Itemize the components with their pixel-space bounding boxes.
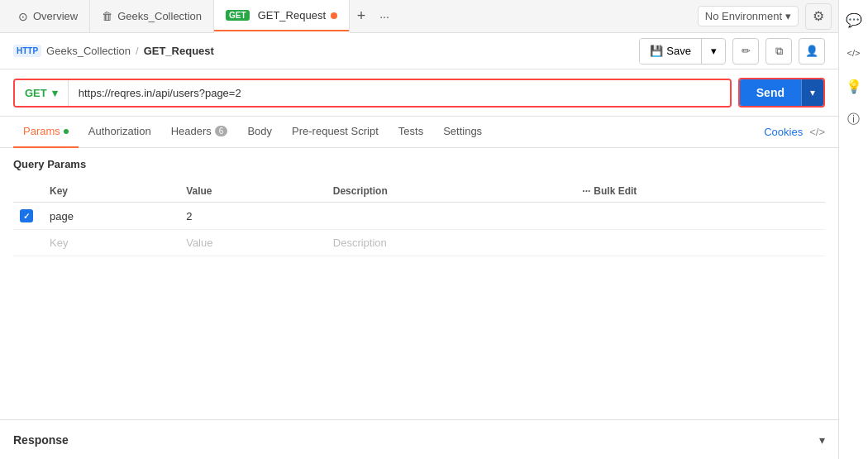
environment-selector[interactable]: No Environment ▾ xyxy=(698,6,799,26)
query-params-title: Query Params xyxy=(13,158,825,170)
send-dropdown-button[interactable]: ▾ xyxy=(801,79,823,106)
params-table: Key Value Description ··· Bulk Edit xyxy=(13,180,825,256)
bulk-edit-label: Bulk Edit xyxy=(594,185,637,197)
tab-tests[interactable]: Tests xyxy=(389,117,433,148)
save-icon: 💾 xyxy=(650,45,663,57)
lightbulb-icon[interactable]: 💡 xyxy=(841,73,867,99)
settings-icon[interactable]: ⚙ xyxy=(805,3,832,30)
send-button[interactable]: Send xyxy=(740,79,801,106)
url-bar-inner: GET ▾ xyxy=(13,79,732,108)
breadcrumb-separator: / xyxy=(136,45,139,57)
table-row-placeholder: Key Value Description xyxy=(13,230,825,256)
method-chevron-icon: ▾ xyxy=(52,87,58,99)
tab-authorization[interactable]: Authorization xyxy=(79,117,161,148)
tabs-actions: No Environment ▾ ⚙ xyxy=(698,3,832,30)
description-col-header: Description xyxy=(327,180,576,203)
description-cell[interactable] xyxy=(327,203,576,230)
profile-button[interactable]: 👤 xyxy=(799,38,825,65)
headers-label: Headers xyxy=(171,125,212,137)
env-label: No Environment xyxy=(705,10,782,22)
more-tabs-button[interactable]: ··· xyxy=(373,5,396,28)
tab-params[interactable]: Params xyxy=(13,117,79,148)
bulk-edit-button[interactable]: ··· Bulk Edit xyxy=(582,185,818,197)
code-icon[interactable]: </> xyxy=(809,126,825,138)
chevron-down-icon: ▾ xyxy=(785,10,791,22)
trash-icon: 🗑 xyxy=(102,10,112,22)
ellipsis-icon: ··· xyxy=(582,185,590,197)
overview-icon: ⊙ xyxy=(18,10,28,23)
plus-icon: + xyxy=(357,7,366,25)
row-checkbox[interactable] xyxy=(20,209,33,222)
placeholder-checkbox-cell xyxy=(13,230,43,256)
key-col-header: Key xyxy=(43,180,179,203)
params-dot xyxy=(64,129,69,134)
breadcrumb-actions: 💾 Save ▾ ✏ ⧉ 👤 xyxy=(639,38,825,65)
send-button-group: Send ▾ xyxy=(738,78,825,108)
settings-label: Settings xyxy=(443,125,482,137)
code-editor-icon[interactable]: </> xyxy=(841,40,867,66)
url-bar: GET ▾ Send ▾ xyxy=(0,69,838,117)
tab-overview-label: Overview xyxy=(33,10,78,22)
response-chevron-icon: ▾ xyxy=(819,433,825,447)
request-tabs: Params Authorization Headers 6 Body Pre-… xyxy=(0,117,838,148)
save-label: Save xyxy=(666,45,691,57)
ellipsis-icon: ··· xyxy=(379,10,389,23)
tab-body[interactable]: Body xyxy=(237,117,282,148)
tab-request-label: GET_Request xyxy=(258,9,326,22)
params-section: Query Params Key Value Description ··· B… xyxy=(0,148,838,419)
table-row: page 2 xyxy=(13,203,825,230)
breadcrumb: HTTP Geeks_Collection / GET_Request xyxy=(13,45,214,57)
tab-overview[interactable]: ⊙ Overview xyxy=(7,0,90,33)
authorization-label: Authorization xyxy=(88,125,151,137)
edit-icon: ✏ xyxy=(742,45,751,57)
breadcrumb-bar: HTTP Geeks_Collection / GET_Request 💾 Sa… xyxy=(0,33,838,69)
body-label: Body xyxy=(247,125,272,137)
comments-icon[interactable]: 💬 xyxy=(841,7,867,33)
add-tab-button[interactable]: + xyxy=(350,5,373,28)
row-actions-cell xyxy=(575,203,825,230)
copy-icon: ⧉ xyxy=(775,45,783,58)
tabs-bar: ⊙ Overview 🗑 Geeks_Collection GET GET_Re… xyxy=(0,0,838,33)
value-col-header: Value xyxy=(179,180,327,203)
info-icon[interactable]: ⓘ xyxy=(841,106,867,132)
tab-collection[interactable]: 🗑 Geeks_Collection xyxy=(90,0,214,33)
response-title: Response xyxy=(13,433,69,447)
copy-button[interactable]: ⧉ xyxy=(765,38,792,65)
breadcrumb-collection[interactable]: Geeks_Collection xyxy=(46,45,131,57)
method-selector[interactable]: GET ▾ xyxy=(15,80,69,106)
save-button[interactable]: 💾 Save xyxy=(640,39,702,64)
tab-settings[interactable]: Settings xyxy=(433,117,492,148)
tab-headers[interactable]: Headers 6 xyxy=(161,117,238,148)
http-icon: HTTP xyxy=(13,45,41,57)
placeholder-value[interactable]: Value xyxy=(179,230,327,256)
value-cell[interactable]: 2 xyxy=(179,203,327,230)
params-label: Params xyxy=(23,125,60,137)
row-checkbox-cell xyxy=(13,203,43,230)
headers-badge: 6 xyxy=(215,126,228,136)
tests-label: Tests xyxy=(398,125,423,137)
profile-icon: 👤 xyxy=(805,45,818,57)
method-badge: GET xyxy=(226,10,250,21)
response-bar[interactable]: Response ▾ xyxy=(0,419,838,459)
bulk-edit-col: ··· Bulk Edit xyxy=(575,180,825,203)
right-sidebar: 💬 </> 💡 ⓘ xyxy=(838,0,868,459)
unsaved-dot xyxy=(331,12,337,19)
tab-get-request[interactable]: GET GET_Request xyxy=(214,0,350,33)
checkbox-col-header xyxy=(13,180,43,203)
placeholder-key[interactable]: Key xyxy=(43,230,179,256)
placeholder-actions xyxy=(575,230,825,256)
tab-collection-label: Geeks_Collection xyxy=(117,10,202,22)
tab-prerequest[interactable]: Pre-request Script xyxy=(282,117,389,148)
save-dropdown-button[interactable]: ▾ xyxy=(702,39,725,64)
edit-button[interactable]: ✏ xyxy=(732,38,759,65)
url-input[interactable] xyxy=(69,80,730,106)
breadcrumb-request: GET_Request xyxy=(144,45,214,57)
key-cell[interactable]: page xyxy=(43,203,179,230)
cookies-link[interactable]: Cookies xyxy=(764,126,803,138)
method-label: GET xyxy=(25,87,47,99)
prerequest-label: Pre-request Script xyxy=(292,125,379,137)
placeholder-description[interactable]: Description xyxy=(327,230,576,256)
